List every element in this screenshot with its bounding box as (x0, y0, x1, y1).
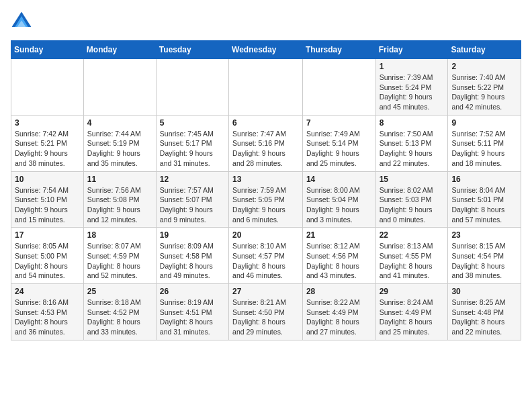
day-number: 3 (15, 118, 80, 128)
day-info: Sunrise: 8:02 AM Sunset: 5:03 PM Dayligh… (380, 185, 445, 225)
day-number: 25 (87, 287, 152, 296)
day-number: 12 (160, 175, 225, 184)
day-number: 29 (380, 287, 445, 296)
day-info: Sunrise: 8:24 AM Sunset: 4:49 PM Dayligh… (380, 298, 445, 337)
day-number: 22 (380, 230, 445, 240)
calendar-week-4: 17Sunrise: 8:05 AM Sunset: 5:00 PM Dayli… (11, 228, 521, 284)
day-number: 17 (15, 230, 80, 240)
calendar-cell (83, 59, 156, 116)
day-info: Sunrise: 7:57 AM Sunset: 5:07 PM Dayligh… (160, 185, 225, 225)
day-info: Sunrise: 8:00 AM Sunset: 5:04 PM Dayligh… (306, 185, 372, 225)
day-header-thursday: Thursday (302, 41, 375, 59)
day-number: 6 (232, 118, 299, 128)
calendar-cell: 8Sunrise: 7:50 AM Sunset: 5:13 PM Daylig… (375, 115, 448, 171)
day-info: Sunrise: 8:19 AM Sunset: 4:51 PM Dayligh… (160, 298, 225, 337)
day-number: 21 (306, 230, 372, 240)
day-info: Sunrise: 7:59 AM Sunset: 5:05 PM Dayligh… (232, 185, 299, 225)
day-info: Sunrise: 7:45 AM Sunset: 5:17 PM Dayligh… (160, 129, 225, 169)
calendar-cell: 9Sunrise: 7:52 AM Sunset: 5:11 PM Daylig… (448, 115, 521, 171)
day-header-wednesday: Wednesday (229, 41, 303, 59)
calendar-cell: 19Sunrise: 8:09 AM Sunset: 4:58 PM Dayli… (156, 228, 228, 284)
calendar-cell (156, 59, 228, 116)
calendar-cell: 30Sunrise: 8:25 AM Sunset: 4:48 PM Dayli… (448, 284, 521, 340)
day-number: 30 (451, 287, 517, 296)
day-number: 11 (87, 175, 152, 184)
calendar-cell: 28Sunrise: 8:22 AM Sunset: 4:49 PM Dayli… (302, 284, 375, 340)
day-header-tuesday: Tuesday (156, 41, 228, 59)
day-number: 1 (380, 62, 445, 71)
day-info: Sunrise: 7:39 AM Sunset: 5:24 PM Dayligh… (380, 73, 445, 112)
calendar-cell: 23Sunrise: 8:15 AM Sunset: 4:54 PM Dayli… (448, 228, 521, 284)
day-info: Sunrise: 8:21 AM Sunset: 4:50 PM Dayligh… (232, 298, 299, 337)
calendar-cell: 17Sunrise: 8:05 AM Sunset: 5:00 PM Dayli… (11, 228, 84, 284)
day-info: Sunrise: 7:54 AM Sunset: 5:10 PM Dayligh… (15, 185, 80, 225)
day-number: 5 (160, 118, 225, 128)
calendar-cell (11, 59, 84, 116)
day-info: Sunrise: 7:44 AM Sunset: 5:19 PM Dayligh… (87, 129, 152, 169)
calendar-cell: 15Sunrise: 8:02 AM Sunset: 5:03 PM Dayli… (375, 171, 448, 228)
day-number: 7 (306, 118, 372, 128)
day-number: 13 (232, 175, 299, 184)
calendar-cell: 24Sunrise: 8:16 AM Sunset: 4:53 PM Dayli… (11, 284, 84, 340)
page-header (11, 11, 521, 32)
logo (11, 11, 35, 32)
calendar-cell: 12Sunrise: 7:57 AM Sunset: 5:07 PM Dayli… (156, 171, 228, 228)
calendar-cell: 5Sunrise: 7:45 AM Sunset: 5:17 PM Daylig… (156, 115, 228, 171)
day-number: 24 (15, 287, 80, 296)
calendar-cell: 29Sunrise: 8:24 AM Sunset: 4:49 PM Dayli… (375, 284, 448, 340)
calendar-cell: 3Sunrise: 7:42 AM Sunset: 5:21 PM Daylig… (11, 115, 84, 171)
day-number: 23 (451, 230, 517, 240)
day-info: Sunrise: 8:04 AM Sunset: 5:01 PM Dayligh… (451, 185, 517, 225)
day-info: Sunrise: 8:15 AM Sunset: 4:54 PM Dayligh… (451, 241, 517, 281)
calendar-cell: 1Sunrise: 7:39 AM Sunset: 5:24 PM Daylig… (375, 59, 448, 116)
calendar-cell: 27Sunrise: 8:21 AM Sunset: 4:50 PM Dayli… (229, 284, 303, 340)
day-info: Sunrise: 7:42 AM Sunset: 5:21 PM Dayligh… (15, 129, 80, 169)
day-info: Sunrise: 7:50 AM Sunset: 5:13 PM Dayligh… (380, 129, 445, 169)
day-info: Sunrise: 8:10 AM Sunset: 4:57 PM Dayligh… (232, 241, 299, 281)
calendar-cell (229, 59, 303, 116)
calendar-cell: 16Sunrise: 8:04 AM Sunset: 5:01 PM Dayli… (448, 171, 521, 228)
calendar-week-2: 3Sunrise: 7:42 AM Sunset: 5:21 PM Daylig… (11, 115, 521, 171)
calendar-cell: 13Sunrise: 7:59 AM Sunset: 5:05 PM Dayli… (229, 171, 303, 228)
day-info: Sunrise: 7:49 AM Sunset: 5:14 PM Dayligh… (306, 129, 372, 169)
day-number: 18 (87, 230, 152, 240)
logo-icon (11, 11, 32, 32)
day-number: 8 (380, 118, 445, 128)
calendar-cell: 25Sunrise: 8:18 AM Sunset: 4:52 PM Dayli… (83, 284, 156, 340)
calendar-week-1: 1Sunrise: 7:39 AM Sunset: 5:24 PM Daylig… (11, 59, 521, 116)
calendar-cell: 11Sunrise: 7:56 AM Sunset: 5:08 PM Dayli… (83, 171, 156, 228)
day-number: 4 (87, 118, 152, 128)
day-info: Sunrise: 8:25 AM Sunset: 4:48 PM Dayligh… (451, 298, 517, 337)
calendar-week-3: 10Sunrise: 7:54 AM Sunset: 5:10 PM Dayli… (11, 171, 521, 228)
calendar-cell: 7Sunrise: 7:49 AM Sunset: 5:14 PM Daylig… (302, 115, 375, 171)
day-info: Sunrise: 8:09 AM Sunset: 4:58 PM Dayligh… (160, 241, 225, 281)
calendar-cell: 14Sunrise: 8:00 AM Sunset: 5:04 PM Dayli… (302, 171, 375, 228)
day-number: 26 (160, 287, 225, 296)
calendar-week-5: 24Sunrise: 8:16 AM Sunset: 4:53 PM Dayli… (11, 284, 521, 340)
calendar-cell: 2Sunrise: 7:40 AM Sunset: 5:22 PM Daylig… (448, 59, 521, 116)
day-info: Sunrise: 8:12 AM Sunset: 4:56 PM Dayligh… (306, 241, 372, 281)
calendar-cell: 6Sunrise: 7:47 AM Sunset: 5:16 PM Daylig… (229, 115, 303, 171)
day-header-sunday: Sunday (11, 41, 84, 59)
day-info: Sunrise: 8:13 AM Sunset: 4:55 PM Dayligh… (380, 241, 445, 281)
day-number: 16 (451, 175, 517, 184)
calendar-cell: 10Sunrise: 7:54 AM Sunset: 5:10 PM Dayli… (11, 171, 84, 228)
day-info: Sunrise: 7:56 AM Sunset: 5:08 PM Dayligh… (87, 185, 152, 225)
calendar-table: SundayMondayTuesdayWednesdayThursdayFrid… (11, 40, 521, 340)
day-info: Sunrise: 7:52 AM Sunset: 5:11 PM Dayligh… (451, 129, 517, 169)
day-header-monday: Monday (83, 41, 156, 59)
day-number: 19 (160, 230, 225, 240)
calendar-cell: 21Sunrise: 8:12 AM Sunset: 4:56 PM Dayli… (302, 228, 375, 284)
calendar-cell: 4Sunrise: 7:44 AM Sunset: 5:19 PM Daylig… (83, 115, 156, 171)
day-info: Sunrise: 7:47 AM Sunset: 5:16 PM Dayligh… (232, 129, 299, 169)
day-header-saturday: Saturday (448, 41, 521, 59)
day-number: 28 (306, 287, 372, 296)
day-info: Sunrise: 8:07 AM Sunset: 4:59 PM Dayligh… (87, 241, 152, 281)
day-info: Sunrise: 8:05 AM Sunset: 5:00 PM Dayligh… (15, 241, 80, 281)
calendar-header-row: SundayMondayTuesdayWednesdayThursdayFrid… (11, 41, 521, 59)
calendar-cell: 22Sunrise: 8:13 AM Sunset: 4:55 PM Dayli… (375, 228, 448, 284)
calendar-cell: 18Sunrise: 8:07 AM Sunset: 4:59 PM Dayli… (83, 228, 156, 284)
calendar-cell: 20Sunrise: 8:10 AM Sunset: 4:57 PM Dayli… (229, 228, 303, 284)
day-number: 2 (451, 62, 517, 71)
day-info: Sunrise: 8:18 AM Sunset: 4:52 PM Dayligh… (87, 298, 152, 337)
